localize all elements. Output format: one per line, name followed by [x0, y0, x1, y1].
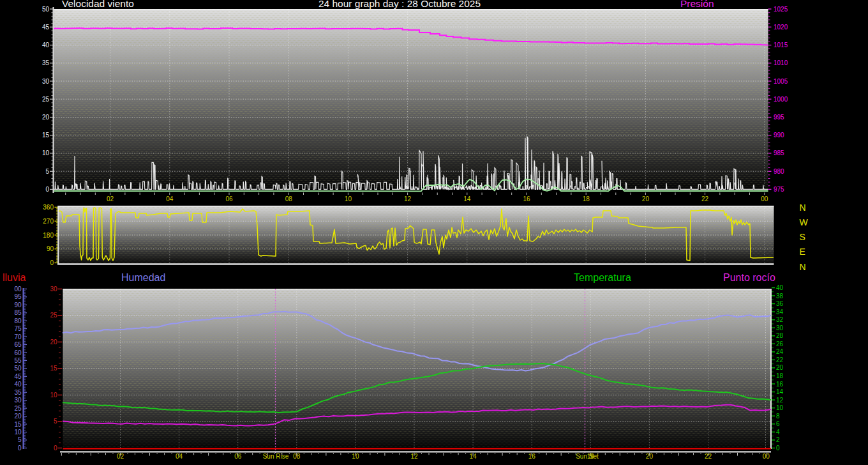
svg-text:5: 5: [54, 418, 57, 425]
svg-text:06: 06: [225, 195, 233, 202]
svg-text:1020: 1020: [774, 24, 788, 31]
svg-text:14: 14: [463, 195, 471, 202]
svg-text:S: S: [800, 232, 805, 242]
svg-text:10: 10: [50, 392, 57, 399]
svg-text:20: 20: [776, 364, 784, 371]
svg-text:8: 8: [776, 413, 780, 420]
svg-text:16: 16: [776, 381, 784, 388]
svg-text:2: 2: [776, 436, 780, 443]
svg-text:00: 00: [761, 195, 768, 202]
svg-text:22: 22: [701, 195, 709, 202]
svg-text:40: 40: [14, 381, 22, 388]
svg-text:15: 15: [50, 365, 57, 372]
svg-text:34: 34: [776, 309, 784, 316]
svg-text:Velocidad viento: Velocidad viento: [62, 0, 134, 9]
svg-text:995: 995: [774, 114, 784, 121]
svg-text:36: 36: [776, 300, 784, 307]
svg-text:24: 24: [776, 348, 784, 355]
svg-text:70: 70: [14, 333, 22, 340]
svg-text:25: 25: [14, 405, 22, 412]
svg-text:14: 14: [470, 453, 477, 460]
svg-text:1025: 1025: [774, 6, 788, 13]
svg-text:20: 20: [42, 114, 50, 121]
svg-text:20: 20: [50, 339, 57, 346]
svg-text:90: 90: [47, 245, 54, 252]
svg-text:15: 15: [42, 132, 50, 139]
svg-text:E: E: [800, 247, 805, 257]
svg-text:10: 10: [14, 429, 22, 436]
svg-text:Punto rocío: Punto rocío: [723, 272, 775, 283]
svg-text:15: 15: [14, 421, 22, 428]
svg-text:10: 10: [352, 453, 359, 460]
svg-text:35: 35: [14, 389, 22, 396]
svg-text:40: 40: [42, 42, 50, 49]
svg-text:270: 270: [43, 218, 54, 225]
svg-text:W: W: [800, 217, 809, 227]
svg-text:16: 16: [528, 453, 536, 460]
svg-text:20: 20: [646, 453, 654, 460]
svg-text:90: 90: [14, 301, 22, 309]
svg-text:02: 02: [107, 195, 114, 202]
svg-text:30: 30: [14, 397, 22, 404]
svg-text:30: 30: [42, 78, 50, 85]
svg-text:N: N: [800, 202, 806, 213]
svg-text:80: 80: [14, 317, 22, 324]
svg-text:4: 4: [776, 429, 780, 436]
svg-text:12: 12: [404, 195, 412, 202]
svg-text:N: N: [800, 262, 806, 272]
svg-text:lluvia: lluvia: [3, 272, 26, 283]
svg-text:24 hour graph day : 28 Octubre: 24 hour graph day : 28 Octubre 2025: [318, 0, 481, 9]
svg-text:20: 20: [642, 195, 650, 202]
svg-text:985: 985: [774, 149, 784, 156]
svg-text:16: 16: [523, 195, 530, 202]
svg-text:10: 10: [345, 195, 352, 202]
svg-text:30: 30: [50, 286, 57, 293]
svg-text:0: 0: [45, 186, 49, 193]
svg-text:65: 65: [14, 341, 22, 348]
svg-text:22: 22: [776, 356, 784, 363]
svg-text:95: 95: [14, 293, 22, 300]
svg-text:1005: 1005: [774, 78, 788, 85]
svg-text:20: 20: [14, 413, 22, 420]
svg-text:22: 22: [705, 453, 712, 460]
svg-text:06: 06: [234, 453, 242, 460]
svg-text:Sun Rise: Sun Rise: [263, 453, 289, 460]
svg-text:38: 38: [776, 293, 784, 300]
svg-text:18: 18: [583, 195, 590, 202]
svg-text:Presión: Presión: [680, 0, 714, 9]
svg-text:08: 08: [285, 195, 293, 202]
svg-text:04: 04: [176, 453, 183, 460]
svg-text:35: 35: [42, 59, 50, 66]
svg-text:85: 85: [14, 309, 22, 316]
svg-text:Sun Set: Sun Set: [576, 453, 599, 460]
svg-text:12: 12: [410, 453, 418, 460]
svg-text:5: 5: [18, 436, 22, 443]
svg-text:0: 0: [54, 445, 57, 452]
svg-text:00: 00: [14, 286, 22, 293]
svg-text:14: 14: [776, 388, 784, 395]
svg-text:12: 12: [776, 397, 784, 404]
svg-text:975: 975: [774, 186, 784, 193]
svg-text:40: 40: [776, 284, 784, 291]
svg-text:980: 980: [774, 168, 784, 175]
svg-text:55: 55: [14, 357, 22, 364]
svg-text:0: 0: [776, 445, 780, 452]
svg-text:04: 04: [166, 195, 174, 202]
svg-text:50: 50: [14, 365, 22, 372]
svg-text:18: 18: [776, 372, 784, 379]
svg-text:180: 180: [43, 232, 54, 239]
svg-text:08: 08: [293, 453, 301, 460]
svg-text:60: 60: [14, 349, 22, 356]
svg-text:6: 6: [776, 420, 780, 427]
svg-text:Temperatura: Temperatura: [574, 272, 631, 283]
svg-text:75: 75: [14, 325, 22, 332]
svg-text:0: 0: [50, 259, 54, 266]
svg-text:32: 32: [776, 316, 784, 323]
svg-text:45: 45: [14, 373, 22, 380]
svg-text:5: 5: [45, 168, 49, 175]
svg-text:0: 0: [18, 445, 22, 452]
svg-text:25: 25: [50, 312, 57, 319]
svg-text:1010: 1010: [774, 59, 788, 66]
svg-text:30: 30: [776, 324, 784, 332]
svg-text:10: 10: [776, 404, 784, 411]
